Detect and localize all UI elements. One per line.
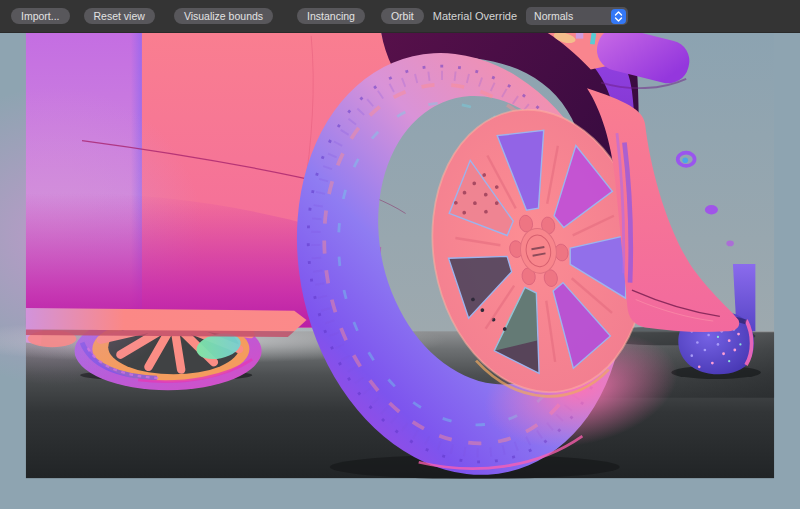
material-override-label: Material Override [433, 10, 517, 22]
toolbar: Import... Reset view Visualize bounds In… [0, 0, 800, 33]
material-override-select[interactable]: Normals [526, 7, 628, 25]
instancing-button[interactable]: Instancing [297, 8, 365, 24]
reset-view-button[interactable]: Reset view [84, 8, 155, 24]
material-override-selected-value: Normals [526, 10, 611, 22]
3d-car-normals-render[interactable] [0, 33, 800, 509]
select-stepper-icon[interactable] [611, 9, 626, 24]
import-button[interactable]: Import... [11, 8, 70, 24]
side-skirt [26, 308, 307, 331]
orbit-button[interactable]: Orbit [381, 8, 424, 24]
viewport[interactable] [0, 33, 800, 509]
chevron-up-down-icon [614, 11, 623, 22]
visualize-bounds-button[interactable]: Visualize bounds [174, 8, 273, 24]
model-viewer-app: Import... Reset view Visualize bounds In… [0, 0, 800, 509]
